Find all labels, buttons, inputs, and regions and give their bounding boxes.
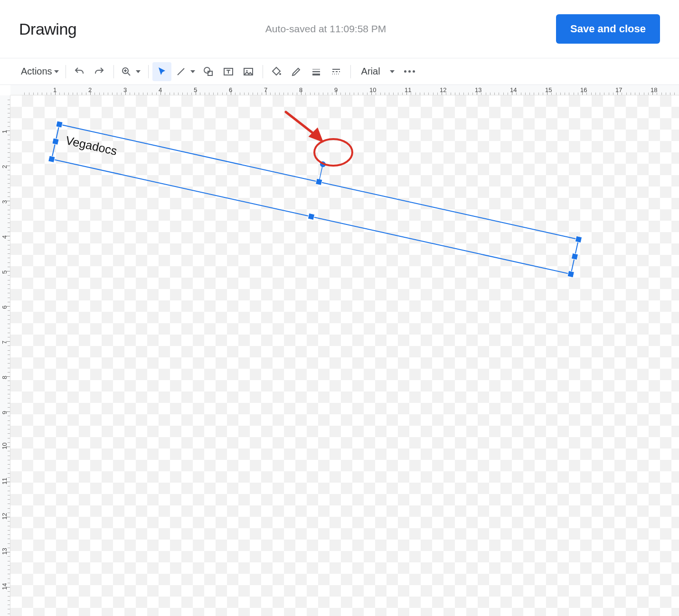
resize-handle-bl[interactable] (48, 156, 55, 162)
ruler-v-label: 13 (1, 548, 8, 555)
toolbar-separator (263, 65, 263, 78)
caret-down-icon (54, 70, 59, 73)
shape-tool-button[interactable] (199, 62, 218, 81)
horizontal-ruler: 12345678910111213141516171819 (10, 85, 679, 95)
image-icon (243, 66, 254, 77)
redo-button[interactable] (90, 62, 109, 81)
font-family-label: Arial (361, 66, 380, 77)
toolbar-separator (148, 65, 149, 78)
drawing-toolbar: Actions Arial (0, 58, 679, 85)
annotation-circle (314, 139, 352, 166)
textbox-tool-button[interactable] (219, 62, 238, 81)
vertical-ruler: 1234567891011121314 (0, 95, 10, 616)
undo-icon (74, 66, 85, 77)
dot-icon (413, 70, 415, 73)
paint-bucket-icon (271, 66, 282, 77)
svg-line-4 (178, 68, 184, 75)
more-options-button[interactable] (400, 62, 419, 81)
autosave-status: Auto-saved at 11:09:58 PM (95, 23, 556, 35)
header-bar: Drawing Auto-saved at 11:09:58 PM Save a… (0, 0, 679, 58)
resize-handle-ml[interactable] (52, 138, 59, 145)
fill-color-button[interactable] (267, 62, 286, 81)
ruler-v-label: 10 (1, 443, 8, 449)
cursor-icon (156, 66, 168, 77)
resize-handle-tl[interactable] (56, 121, 63, 128)
resize-handle-bm[interactable] (308, 213, 314, 220)
ruler-v-label: 11 (1, 478, 8, 485)
border-dash-icon (330, 66, 342, 77)
line-icon (175, 66, 187, 77)
save-and-close-button[interactable]: Save and close (556, 14, 660, 44)
svg-rect-6 (208, 71, 212, 75)
font-family-dropdown[interactable]: Arial (355, 62, 399, 81)
border-dash-button[interactable] (327, 62, 346, 81)
zoom-button[interactable] (118, 62, 143, 81)
dialog-title: Drawing (19, 20, 76, 38)
canvas-svg (10, 95, 679, 616)
toolbar-separator (113, 65, 114, 78)
actions-menu-button[interactable]: Actions (18, 62, 61, 81)
svg-point-12 (279, 73, 281, 75)
line-tool-button[interactable] (172, 62, 198, 81)
caret-down-icon (390, 70, 395, 73)
workspace: 1234567891011121314 (0, 95, 679, 616)
border-weight-icon (311, 66, 322, 77)
image-tool-button[interactable] (239, 62, 258, 81)
resize-handle-mr[interactable] (571, 253, 578, 260)
select-tool-button[interactable] (152, 62, 171, 81)
zoom-icon (121, 66, 132, 77)
toolbar-separator (66, 65, 66, 78)
svg-point-11 (246, 70, 247, 71)
annotation-arrow (286, 112, 321, 140)
svg-line-1 (128, 73, 130, 75)
resize-handle-br[interactable] (567, 271, 574, 277)
textbox-icon (223, 66, 234, 77)
redo-icon (94, 66, 105, 77)
caret-down-icon (190, 70, 195, 73)
ruler-v-label: 12 (1, 513, 8, 520)
pencil-icon (291, 66, 302, 77)
actions-menu-label: Actions (21, 66, 52, 77)
ruler-v-label: 14 (1, 583, 8, 590)
border-color-button[interactable] (287, 62, 306, 81)
drawing-canvas[interactable]: Vegadocs (10, 95, 679, 616)
resize-handle-tr[interactable] (575, 236, 582, 243)
dot-icon (404, 70, 406, 73)
border-weight-button[interactable] (307, 62, 326, 81)
toolbar-separator (350, 65, 351, 78)
undo-button[interactable] (70, 62, 89, 81)
shape-icon (203, 66, 214, 77)
dot-icon (408, 70, 411, 73)
caret-down-icon (136, 70, 141, 73)
svg-point-5 (204, 67, 210, 73)
